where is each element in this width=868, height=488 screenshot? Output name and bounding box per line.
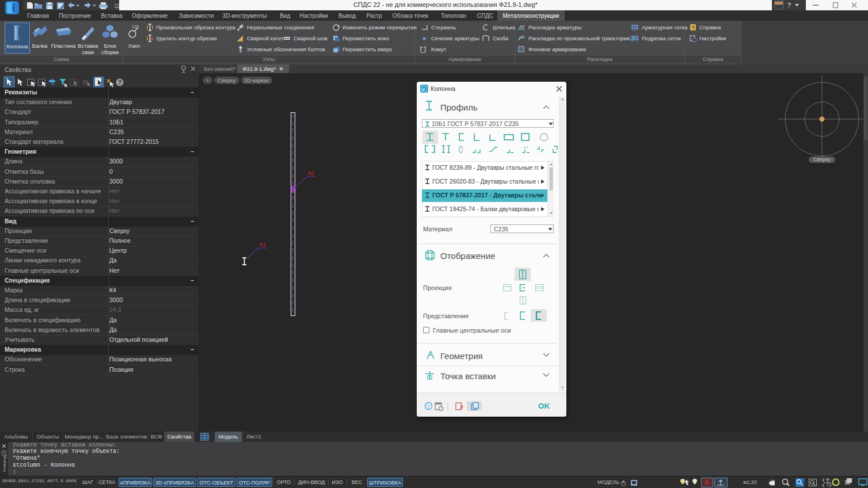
svg-text:К2: К2	[308, 170, 314, 176]
svg-text:?: ?	[787, 2, 791, 9]
svg-text:Команд: Команд	[2, 455, 7, 472]
svg-text:?: ?	[692, 25, 695, 30]
svg-text:К1: К1	[260, 242, 266, 247]
svg-text:?: ?	[118, 79, 121, 86]
svg-text:?: ?	[427, 404, 430, 410]
